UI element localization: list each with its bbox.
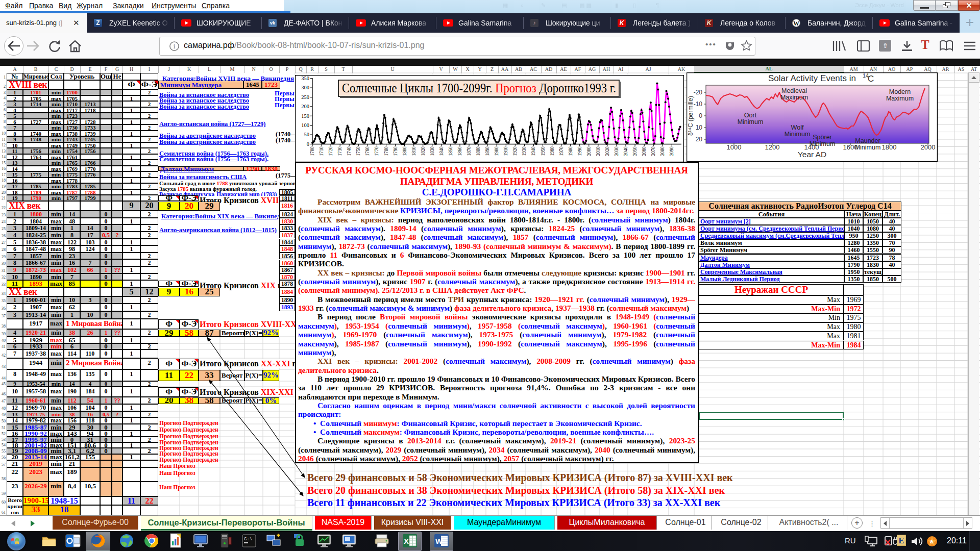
svg-text:a: a bbox=[930, 538, 934, 544]
svg-text:350: 350 bbox=[301, 76, 309, 81]
svg-text:1780: 1780 bbox=[384, 146, 389, 156]
svg-text:2040: 2040 bbox=[623, 146, 628, 156]
svg-text:1890: 1890 bbox=[485, 146, 490, 156]
svg-text:1800: 1800 bbox=[882, 143, 897, 151]
svg-text:δ¹⁴C (permille): δ¹⁴C (permille) bbox=[687, 96, 694, 136]
svg-text:1810: 1810 bbox=[411, 146, 416, 156]
svg-text:Minimum: Minimum bbox=[810, 140, 836, 147]
svg-text:20: 20 bbox=[696, 136, 703, 143]
svg-text:Maximum: Maximum bbox=[780, 94, 808, 101]
svg-text:1000: 1000 bbox=[727, 143, 742, 151]
svg-text:2020: 2020 bbox=[605, 146, 610, 156]
svg-text:Minimum: Minimum bbox=[738, 118, 764, 126]
svg-text:Minimum: Minimum bbox=[785, 131, 811, 138]
svg-text:W: W bbox=[435, 537, 443, 545]
svg-text:100: 100 bbox=[301, 122, 309, 128]
svg-text:2080: 2080 bbox=[660, 146, 665, 156]
svg-text:1710: 1710 bbox=[319, 146, 324, 156]
svg-text:1850: 1850 bbox=[448, 146, 453, 156]
svg-text:0: 0 bbox=[307, 141, 309, 147]
svg-text:1730: 1730 bbox=[337, 146, 342, 156]
svg-text:1900: 1900 bbox=[494, 146, 499, 156]
svg-text:1200: 1200 bbox=[765, 143, 780, 151]
svg-text:2090: 2090 bbox=[669, 146, 674, 156]
svg-text:2030: 2030 bbox=[614, 146, 619, 156]
svg-text:Solar Activity Events in: Solar Activity Events in bbox=[768, 73, 856, 83]
svg-text:0: 0 bbox=[699, 112, 702, 119]
svg-text:2000: 2000 bbox=[921, 143, 936, 151]
svg-text:Year AD: Year AD bbox=[798, 150, 826, 159]
svg-text:C: C bbox=[868, 74, 874, 84]
svg-text:1960: 1960 bbox=[550, 146, 555, 156]
svg-text:1700: 1700 bbox=[310, 146, 315, 156]
svg-text:200: 200 bbox=[301, 104, 309, 109]
svg-text:2060: 2060 bbox=[642, 146, 647, 156]
svg-text:1760: 1760 bbox=[365, 146, 370, 156]
svg-text:50: 50 bbox=[304, 132, 310, 137]
svg-text:C:\: C:\ bbox=[244, 537, 252, 542]
svg-text:1830: 1830 bbox=[430, 146, 435, 156]
svg-text:-20: -20 bbox=[694, 89, 703, 96]
svg-text:10: 10 bbox=[696, 124, 703, 131]
svg-text:1880: 1880 bbox=[476, 146, 481, 156]
svg-text:Maunder: Maunder bbox=[855, 137, 880, 144]
svg-text:Wolf: Wolf bbox=[791, 124, 804, 131]
svg-text:Солнечные Циклы 1700-2099г. Пр: Солнечные Циклы 1700-2099г. Прогноз Доро… bbox=[342, 81, 616, 95]
svg-text:2070: 2070 bbox=[651, 146, 656, 156]
svg-text:2000: 2000 bbox=[586, 146, 592, 156]
svg-text:1800: 1800 bbox=[402, 146, 407, 156]
svg-text:1820: 1820 bbox=[421, 146, 426, 156]
svg-text:1910: 1910 bbox=[503, 146, 508, 156]
svg-text:X: X bbox=[404, 537, 409, 545]
svg-text:Minimum: Minimum bbox=[855, 144, 881, 151]
svg-text:1750: 1750 bbox=[356, 146, 361, 156]
svg-text:Spörer: Spörer bbox=[813, 134, 832, 141]
svg-text:250: 250 bbox=[301, 94, 309, 100]
svg-text:Medieval: Medieval bbox=[781, 87, 807, 94]
svg-text:1720: 1720 bbox=[328, 146, 333, 156]
svg-text:Oort: Oort bbox=[744, 112, 757, 119]
svg-text:1770: 1770 bbox=[374, 146, 379, 156]
svg-text:1980: 1980 bbox=[568, 146, 573, 156]
svg-text:1790: 1790 bbox=[393, 146, 398, 156]
svg-text:Modern: Modern bbox=[889, 88, 911, 95]
svg-text:1740: 1740 bbox=[347, 146, 352, 156]
svg-text:Maximum: Maximum bbox=[886, 95, 914, 102]
svg-text:1920: 1920 bbox=[512, 146, 518, 156]
svg-text:1940: 1940 bbox=[531, 146, 536, 156]
svg-text:1840: 1840 bbox=[439, 146, 444, 156]
svg-text:1860: 1860 bbox=[457, 146, 462, 156]
svg-text:2050: 2050 bbox=[632, 146, 638, 156]
svg-text:-10: -10 bbox=[694, 101, 703, 108]
svg-text:1950: 1950 bbox=[541, 146, 546, 156]
svg-text:1990: 1990 bbox=[577, 146, 582, 156]
svg-text:300: 300 bbox=[301, 85, 309, 90]
svg-text:2010: 2010 bbox=[596, 146, 601, 156]
svg-text:1870: 1870 bbox=[467, 146, 472, 156]
svg-text:1970: 1970 bbox=[559, 146, 564, 156]
svg-text:1930: 1930 bbox=[522, 146, 527, 156]
svg-text:150: 150 bbox=[301, 113, 309, 119]
